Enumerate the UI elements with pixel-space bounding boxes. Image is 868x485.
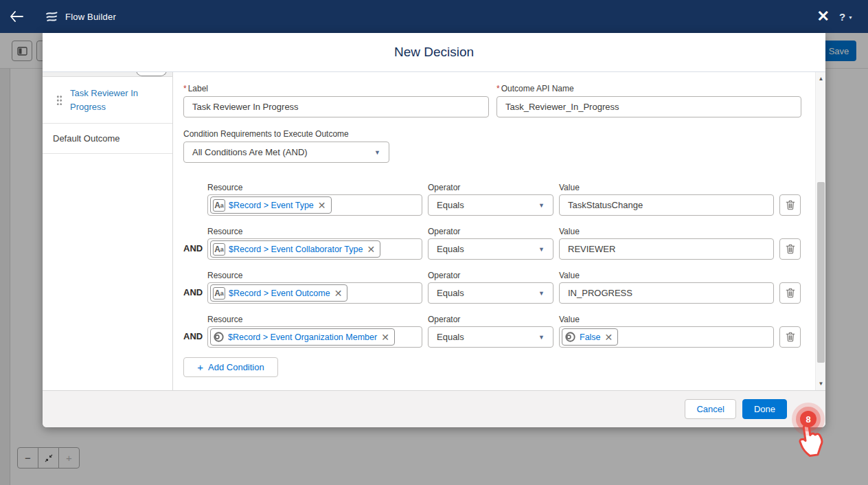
remove-resource-icon[interactable]: ✕ — [334, 289, 343, 298]
modal-scrollbar[interactable]: ▲ ▼ — [815, 72, 825, 390]
trash-icon — [786, 288, 795, 298]
operator-column-label: Operator — [428, 271, 553, 280]
value-pill[interactable]: False✕ — [562, 328, 618, 346]
sidebar-item-task-reviewer-in-progress[interactable]: Task Reviewer In Progress — [43, 77, 172, 124]
boolean-type-icon — [213, 331, 225, 343]
conditions-list: Resource Aa $Record > Event Type ✕ Opera… — [173, 183, 815, 359]
api-name-field-label: *Outcome API Name — [496, 84, 801, 93]
resource-pill[interactable]: Aa $Record > Event Outcome ✕ — [210, 284, 347, 302]
cancel-button[interactable]: Cancel — [685, 399, 735, 419]
api-name-input[interactable]: Task_Reviewer_In_Progress — [496, 96, 801, 117]
value-text: IN_PROGRESS — [560, 288, 632, 298]
chevron-down-icon: ▼ — [848, 15, 853, 20]
resource-pill-label: $Record > Event Organization Member — [228, 332, 377, 342]
required-asterisk: * — [496, 84, 500, 93]
sidebar-item-default-outcome[interactable]: Default Outcome — [43, 124, 172, 154]
outcome-label: Default Outcome — [53, 133, 120, 144]
scroll-down-icon[interactable]: ▼ — [816, 379, 826, 389]
condition-row: Resource Aa $Record > Event Type ✕ Opera… — [173, 183, 815, 227]
resource-pill-label: $Record > Event Collaborator Type — [229, 245, 363, 254]
new-decision-modal: New Decision Task Reviewer In Progress D… — [43, 33, 825, 427]
remove-resource-icon[interactable]: ✕ — [367, 245, 375, 254]
resource-field[interactable]: Aa $Record > Event Type ✕ — [207, 194, 422, 216]
modal-header: New Decision — [43, 33, 825, 72]
resource-pill-label: $Record > Event Type — [229, 201, 314, 210]
operator-select[interactable]: Equals ▼ — [428, 282, 553, 304]
sidebar-scroll-clip — [43, 72, 172, 77]
conjunction-label: AND — [183, 243, 203, 253]
flow-builder-icon — [45, 10, 58, 23]
delete-condition-button[interactable] — [779, 282, 801, 304]
value-field[interactable]: IN_PROGRESS — [559, 282, 774, 304]
operator-column-label: Operator — [428, 315, 553, 324]
value-field[interactable]: TaskStatusChange — [559, 194, 774, 216]
value-text: TaskStatusChange — [560, 200, 643, 210]
remove-resource-icon[interactable]: ✕ — [381, 332, 389, 342]
label-input[interactable]: Task Reviewer In Progress — [183, 96, 489, 117]
operator-value: Equals — [429, 244, 538, 254]
outcome-detail-pane: *Label Task Reviewer In Progress *Outcom… — [173, 72, 815, 390]
close-icon[interactable]: ✕ — [816, 9, 829, 24]
value-column-label: Value — [559, 271, 774, 280]
chevron-down-icon: ▼ — [538, 290, 545, 297]
value-pill-label: False — [580, 332, 601, 342]
back-button[interactable] — [0, 0, 33, 33]
operator-value: Equals — [429, 200, 538, 210]
value-field[interactable]: False✕ — [559, 326, 774, 348]
operator-select[interactable]: Equals ▼ — [428, 238, 553, 260]
help-icon: ? — [839, 11, 845, 23]
conjunction-label: AND — [183, 331, 203, 341]
operator-value: Equals — [429, 288, 538, 298]
resource-column-label: Resource — [207, 315, 422, 324]
operator-select[interactable]: Equals ▼ — [428, 194, 553, 216]
text-type-icon: Aa — [213, 243, 225, 256]
conjunction-label: AND — [183, 287, 203, 297]
required-asterisk: * — [183, 84, 187, 93]
value-column-label: Value — [559, 315, 774, 324]
resource-pill[interactable]: Aa $Record > Event Type ✕ — [210, 196, 332, 214]
resource-column-label: Resource — [207, 183, 422, 192]
text-type-icon: Aa — [213, 287, 225, 300]
chevron-down-icon: ▼ — [538, 246, 545, 253]
value-field[interactable]: REVIEWER — [559, 238, 774, 260]
trash-icon — [786, 332, 795, 342]
screen: Flow Builder ✕ ? ▼ Save − + — [0, 0, 868, 485]
help-menu[interactable]: ? ▼ — [839, 11, 853, 23]
chevron-down-icon: ▼ — [538, 334, 545, 341]
text-type-icon: Aa — [213, 199, 225, 212]
trash-icon — [786, 200, 795, 210]
modal-title: New Decision — [394, 45, 474, 60]
modal-body: Task Reviewer In Progress Default Outcom… — [43, 72, 825, 390]
resource-field[interactable]: $Record > Event Organization Member ✕ — [207, 326, 422, 348]
condition-row: AND Resource Aa $Record > Event Collabor… — [173, 227, 815, 271]
plus-icon: + — [197, 362, 203, 372]
add-condition-button[interactable]: + Add Condition — [183, 357, 278, 377]
condition-requirements-label: Condition Requirements to Execute Outcom… — [183, 129, 389, 139]
delete-condition-button[interactable] — [779, 238, 801, 260]
drag-handle-icon[interactable] — [56, 95, 62, 105]
done-button[interactable]: Done — [742, 399, 787, 419]
scroll-up-icon[interactable]: ▲ — [816, 74, 826, 84]
operator-value: Equals — [429, 332, 538, 342]
resource-field[interactable]: Aa $Record > Event Collaborator Type ✕ — [207, 238, 422, 260]
value-column-label: Value — [559, 183, 774, 192]
scrollbar-thumb[interactable] — [817, 182, 825, 363]
resource-column-label: Resource — [207, 227, 422, 236]
delete-condition-button[interactable] — [779, 194, 801, 216]
remove-resource-icon[interactable]: ✕ — [318, 201, 326, 210]
condition-requirements-select[interactable]: All Conditions Are Met (AND) ▼ — [183, 142, 389, 163]
operator-select[interactable]: Equals ▼ — [428, 326, 553, 348]
modal-footer: Cancel Done — [43, 390, 825, 427]
resource-pill[interactable]: $Record > Event Organization Member ✕ — [210, 328, 395, 346]
operator-column-label: Operator — [428, 183, 553, 192]
app-header: Flow Builder ✕ ? ▼ — [0, 0, 868, 33]
resource-field[interactable]: Aa $Record > Event Outcome ✕ — [207, 282, 422, 304]
condition-row: AND Resource Aa $Record > Event Outcome … — [173, 271, 815, 315]
resource-column-label: Resource — [207, 271, 422, 280]
delete-condition-button[interactable] — [779, 326, 801, 348]
chevron-down-icon: ▼ — [538, 202, 545, 209]
condition-row: AND Resource $Record > Event Organizatio… — [173, 315, 815, 359]
add-outcome-button-partial[interactable] — [136, 72, 167, 76]
resource-pill[interactable]: Aa $Record > Event Collaborator Type ✕ — [210, 240, 380, 258]
remove-value-icon[interactable]: ✕ — [605, 332, 613, 342]
